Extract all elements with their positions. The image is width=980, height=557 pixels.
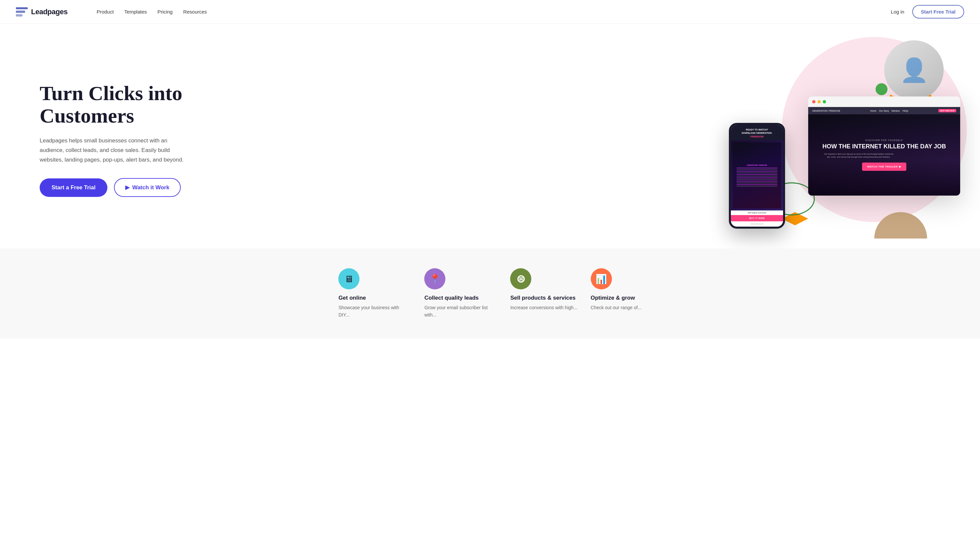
feature-item-get-online: 🖥 Get online Showcase your business with… <box>339 268 411 319</box>
poster-title: GENERATION: FREEDOM <box>747 164 767 166</box>
phone-price: $19 Digital download <box>731 210 783 215</box>
browser-content: GENERATION: FREEDOM Home Our Story Mento… <box>808 107 960 195</box>
poster-line-8 <box>736 179 777 180</box>
poster-line-1 <box>736 168 777 168</box>
monitor-icon: 🖥 <box>344 274 353 285</box>
feature-title-get-online: Get online <box>339 295 366 301</box>
feature-item-optimize: 📊 Optimize & grow Check out our range of… <box>591 268 641 319</box>
watch-btn-icon: ▶ <box>899 165 901 168</box>
hero-buttons: Start a Free Trial ▶ Watch it Work <box>40 178 212 197</box>
logo-link[interactable]: Leadpages <box>16 7 67 16</box>
nav-link-pricing[interactable]: Pricing <box>158 9 173 15</box>
browser-nav-story: Our Story <box>879 110 889 112</box>
logo-layer-2 <box>16 11 25 13</box>
nav-right: Log in Start Free Trial <box>891 5 964 18</box>
feature-desc-collect-leads: Grow your email subscriber list with... <box>424 304 497 319</box>
browser-bar <box>808 96 960 107</box>
hero-cta-secondary[interactable]: ▶ Watch it Work <box>114 178 181 197</box>
pin-icon: 📍 <box>429 274 441 285</box>
poster-line-6 <box>736 176 777 177</box>
person-icon: 👤 <box>900 57 928 83</box>
features-section: 🖥 Get online Showcase your business with… <box>0 248 980 339</box>
hero-cta-secondary-label: Watch it Work <box>132 184 169 191</box>
feature-desc-get-online: Showcase your business with DIY... <box>339 304 411 319</box>
feature-title-sell-products: Sell products & services <box>510 295 575 301</box>
feature-icon-get-online: 🖥 <box>339 268 360 289</box>
poster-lines <box>736 168 777 187</box>
logo-layer-1 <box>16 7 28 10</box>
poster-line-2 <box>736 169 777 170</box>
hero-cta-primary[interactable]: Start a Free Trial <box>40 178 107 197</box>
login-link[interactable]: Log in <box>891 9 904 15</box>
nav-cta-button[interactable]: Start Free Trial <box>912 5 964 18</box>
feature-item-collect-leads: 📍 Collect quality leads Grow your email … <box>424 268 497 319</box>
poster-line-11 <box>736 184 777 185</box>
feature-desc-sell-products: Increase conversions with high... <box>510 304 577 311</box>
nav-link-templates[interactable]: Templates <box>124 9 147 15</box>
browser-big-title: HOW THE INTERNET KILLED THE DAY JOB <box>822 143 946 150</box>
nav-links: Product Templates Pricing Resources <box>81 0 223 24</box>
logo-icon <box>16 7 28 16</box>
browser-dot-green <box>823 100 826 103</box>
phone-mockup: READY TO WATCH? DOWNLOAD GENERATION: FRE… <box>729 123 785 229</box>
phone-header-line2: DOWNLOAD GENERATION: <box>734 132 780 135</box>
play-icon: ▶ <box>125 184 130 191</box>
feature-icon-collect-leads: 📍 <box>424 268 445 289</box>
browser-dot-yellow <box>817 100 821 103</box>
browser-watch-button[interactable]: WATCH THE TRAILER ▶ <box>862 163 907 171</box>
phone-bar-line <box>750 224 763 224</box>
nav-link-resources[interactable]: Resources <box>183 9 207 15</box>
feature-item-sell-products: ⊜ Sell products & services Increase conv… <box>510 268 577 319</box>
feature-title-collect-leads: Collect quality leads <box>424 295 479 301</box>
poster-line-9 <box>736 181 777 182</box>
phone-poster-inner: GENERATION: FREEDOM <box>733 142 781 208</box>
sell-icon: ⊜ <box>516 272 525 285</box>
nav-left: Leadpages Product Templates Pricing Reso… <box>16 0 223 24</box>
feature-icon-optimize: 📊 <box>591 268 612 289</box>
browser-nav-faqs: FAQs <box>903 110 908 112</box>
poster-line-10 <box>736 182 777 183</box>
phone-buy-button[interactable]: BUY IT NOW <box>731 215 783 221</box>
green-dot-decoration <box>876 83 887 95</box>
phone-bottom-bar <box>731 221 783 226</box>
poster-line-4 <box>736 173 777 173</box>
watch-btn-label: WATCH THE TRAILER <box>867 165 898 168</box>
features-grid: 🖥 Get online Showcase your business with… <box>26 268 954 319</box>
browser-dot-red <box>812 100 816 103</box>
browser-nav-mentors: Mentors <box>892 110 900 112</box>
poster-line-5 <box>736 174 777 175</box>
browser-content-overlay: DISCOVER FOR YOURSELF HOW THE INTERNET K… <box>822 139 946 171</box>
hero-section: Turn Clicks into Customers Leadpages hel… <box>0 24 980 248</box>
phone-header-line1: READY TO WATCH? <box>734 128 780 132</box>
poster-line-7 <box>736 178 777 178</box>
chart-icon: 📊 <box>596 274 607 285</box>
poster-line-12 <box>736 186 777 187</box>
browser-nav-home: Home <box>870 110 877 112</box>
feature-desc-optimize: Check out our range of... <box>591 304 641 311</box>
poster-line-3 <box>736 171 777 172</box>
browser-discover-label: DISCOVER FOR YOURSELF <box>822 139 946 142</box>
feature-title-optimize: Optimize & grow <box>591 295 635 301</box>
feature-icon-sell-products: ⊜ <box>510 268 531 289</box>
phone-header: READY TO WATCH? DOWNLOAD GENERATION: FRE… <box>731 125 783 140</box>
browser-subtitle: Get inspired to ditch your day job as so… <box>822 153 895 159</box>
hero-person-avatar: 👤 <box>884 40 944 100</box>
hero-subtitle: Leadpages helps small businesses connect… <box>40 136 192 165</box>
browser-nav-bar: GENERATION: FREEDOM Home Our Story Mento… <box>808 107 960 114</box>
hero-content: Turn Clicks into Customers Leadpages hel… <box>40 82 212 197</box>
hero-title: Turn Clicks into Customers <box>40 82 212 127</box>
logo-layer-3 <box>16 14 23 16</box>
phone-poster: GENERATION: FREEDOM <box>731 140 783 210</box>
browser-site-title: GENERATION: FREEDOM <box>812 110 840 112</box>
navbar: Leadpages Product Templates Pricing Reso… <box>0 0 980 24</box>
browser-nav-cta[interactable]: BUY THE FILM <box>938 109 956 112</box>
phone-inner: READY TO WATCH? DOWNLOAD GENERATION: FRE… <box>731 125 783 226</box>
phone-header-line3: FREEDOM <box>734 135 780 138</box>
browser-hero: DISCOVER FOR YOURSELF HOW THE INTERNET K… <box>808 114 960 195</box>
browser-nav-links: Home Our Story Mentors FAQs <box>870 110 908 112</box>
browser-mockup: GENERATION: FREEDOM Home Our Story Mento… <box>808 96 960 195</box>
hero-visual: 👤 READY TO WATCH? DOWNLOAD GENERATION: F… <box>722 44 954 235</box>
nav-link-product[interactable]: Product <box>96 9 114 15</box>
logo-text: Leadpages <box>31 8 67 16</box>
